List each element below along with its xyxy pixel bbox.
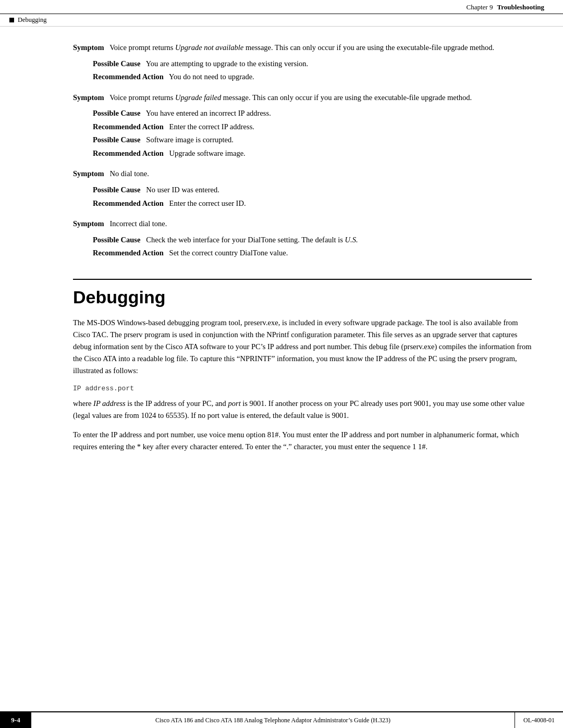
section-label: Debugging — [18, 16, 47, 24]
possible-cause-3a: Possible Cause No user ID was entered. — [93, 184, 532, 195]
symptom-2-entries: Possible Cause You have entered an incor… — [93, 107, 532, 159]
recommended-action-4a: Recommended Action Set the correct count… — [93, 247, 532, 258]
symptom-2-line: Symptom Voice prompt returns Upgrade fai… — [73, 92, 532, 104]
symptom-4-text: Incorrect dial tone. — [106, 219, 167, 228]
footer-center-text: Cisco ATA 186 and Cisco ATA 188 Analog T… — [31, 712, 515, 728]
symptom-1-label: Symptom — [73, 43, 104, 52]
symptom-3-line: Symptom No dial tone. — [73, 168, 532, 180]
symptom-block-3: Symptom No dial tone. Possible Cause No … — [73, 168, 532, 209]
debugging-heading: Debugging — [73, 279, 532, 307]
symptom-block-2: Symptom Voice prompt returns Upgrade fai… — [73, 92, 532, 159]
code-example: IP address.port — [73, 385, 532, 392]
possible-cause-4a: Possible Cause Check the web interface f… — [93, 234, 532, 245]
symptom-3-entries: Possible Cause No user ID was entered. R… — [93, 184, 532, 209]
symptom-1-text: Voice prompt returns Upgrade not availab… — [106, 43, 494, 52]
page-number: 9-4 — [0, 712, 31, 728]
symptom-3-label: Symptom — [73, 169, 104, 178]
page-footer: 9-4 Cisco ATA 186 and Cisco ATA 188 Anal… — [0, 711, 563, 728]
symptom-2-label: Symptom — [73, 93, 104, 102]
symptom-4-line: Symptom Incorrect dial tone. — [73, 218, 532, 230]
main-content: Symptom Voice prompt returns Upgrade not… — [0, 27, 563, 481]
page-header: Chapter 9 Troubleshooting — [0, 0, 563, 14]
possible-cause-2b: Possible Cause Software image is corrupt… — [93, 134, 532, 145]
symptom-3-text: No dial tone. — [106, 169, 149, 178]
symptom-1-line: Symptom Voice prompt returns Upgrade not… — [73, 42, 532, 54]
symptom-block-4: Symptom Incorrect dial tone. Possible Ca… — [73, 218, 532, 259]
symptom-2-text: Voice prompt returns Upgrade failed mess… — [106, 93, 472, 102]
possible-cause-2a: Possible Cause You have entered an incor… — [93, 107, 532, 119]
symptom-1-entries: Possible Cause You are attempting to upg… — [93, 58, 532, 83]
recommended-action-1a: Recommended Action You do not need to up… — [93, 71, 532, 82]
debug-para-1: The MS-DOS Windows-based debugging progr… — [73, 317, 532, 377]
recommended-action-2b: Recommended Action Upgrade software imag… — [93, 147, 532, 159]
footer-doc-number: OL-4008-01 — [515, 712, 563, 728]
debug-para-3: To enter the IP address and port number,… — [73, 429, 532, 453]
possible-cause-1a: Possible Cause You are attempting to upg… — [93, 58, 532, 69]
symptom-4-label: Symptom — [73, 219, 104, 228]
section-subheader: Debugging — [0, 14, 563, 27]
debug-para-2: where IP address is the IP address of yo… — [73, 398, 532, 422]
chapter-title: Troubleshooting — [497, 3, 544, 11]
section-icon — [9, 18, 14, 22]
symptom-block-1: Symptom Voice prompt returns Upgrade not… — [73, 42, 532, 83]
debugging-section: Debugging The MS-DOS Windows-based debug… — [73, 279, 532, 453]
recommended-action-2a: Recommended Action Enter the correct IP … — [93, 121, 532, 132]
recommended-action-3a: Recommended Action Enter the correct use… — [93, 198, 532, 209]
chapter-label: Chapter 9 — [467, 3, 493, 11]
symptom-4-entries: Possible Cause Check the web interface f… — [93, 234, 532, 259]
